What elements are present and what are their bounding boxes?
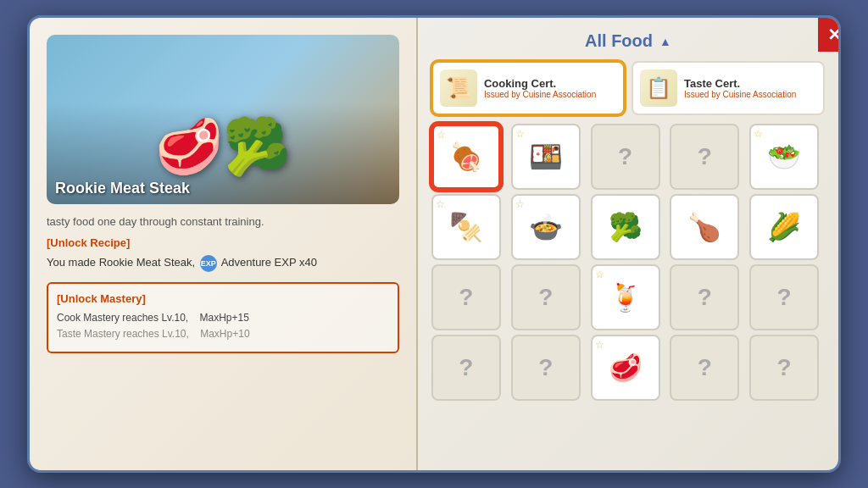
food-image-area: 🥩🥦 Rookie Meat Steak bbox=[47, 35, 399, 204]
mastery-line2: Taste Mastery reaches Lv.10, MaxHp+10 bbox=[57, 326, 389, 342]
close-icon: ✕ bbox=[827, 25, 841, 45]
food-cell-8[interactable]: 🥦 bbox=[591, 194, 660, 260]
food-cell-1[interactable]: ☆🍖 bbox=[431, 124, 501, 190]
food-cell-3[interactable]: ? bbox=[591, 124, 660, 190]
cert-card-taste_cert[interactable]: 📋 Taste Cert. Issued by Cuisine Associat… bbox=[632, 61, 825, 115]
mastery-line2-text: Taste Mastery reaches Lv.10, bbox=[57, 328, 189, 340]
food-cell-19[interactable]: ? bbox=[670, 335, 739, 401]
food-cell-5[interactable]: ☆🥗 bbox=[749, 124, 819, 190]
food-cell-14[interactable]: ? bbox=[670, 264, 739, 330]
locked-icon-15: ? bbox=[777, 284, 792, 311]
food-description: tasty food one day through constant trai… bbox=[47, 214, 399, 230]
food-cell-6[interactable]: ☆🍢 bbox=[431, 194, 501, 260]
reward-suffix: Adventure EXP x40 bbox=[221, 256, 317, 269]
all-food-header: All Food ▲ bbox=[431, 31, 825, 51]
food-emoji-9: 🍗 bbox=[687, 211, 721, 243]
cert-row: 📜 Cooking Cert. Issued by Cuisine Associ… bbox=[431, 61, 825, 115]
mastery-box: [Unlock Mastery] Cook Mastery reaches Lv… bbox=[47, 282, 399, 352]
star-badge-7: ☆ bbox=[515, 198, 525, 210]
locked-icon-11: ? bbox=[459, 284, 473, 311]
locked-icon-20: ? bbox=[777, 354, 792, 381]
left-page: 🥩🥦 Rookie Meat Steak tasty food one day … bbox=[30, 18, 418, 470]
star-badge-18: ☆ bbox=[595, 339, 604, 351]
food-emoji-1: 🍖 bbox=[449, 141, 483, 173]
reward-text: You made Rookie Meat Steak, EXP Adventur… bbox=[47, 254, 399, 272]
food-title-overlay: Rookie Meat Steak bbox=[55, 180, 190, 197]
food-emoji-6: 🍢 bbox=[449, 211, 483, 243]
cert-icon-cooking_cert: 📜 bbox=[440, 69, 477, 107]
food-cell-11[interactable]: ? bbox=[431, 264, 501, 330]
locked-icon-3: ? bbox=[618, 143, 632, 170]
star-badge-5: ☆ bbox=[754, 128, 763, 140]
food-emoji-8: 🥦 bbox=[609, 211, 643, 243]
book-container: 🥩🥦 Rookie Meat Steak tasty food one day … bbox=[27, 15, 841, 473]
mastery-detail: Cook Mastery reaches Lv.10, MaxHp+15 Tas… bbox=[57, 310, 389, 342]
food-emoji-10: 🌽 bbox=[767, 211, 801, 243]
locked-icon-19: ? bbox=[698, 354, 712, 381]
locked-icon-17: ? bbox=[538, 354, 553, 381]
food-cell-9[interactable]: 🍗 bbox=[670, 194, 739, 260]
cert-sub-taste_cert: Issued by Cuisine Association bbox=[684, 90, 796, 99]
cert-name-cooking_cert: Cooking Cert. bbox=[484, 77, 596, 90]
food-cell-20[interactable]: ? bbox=[749, 335, 819, 401]
food-emoji-7: 🍲 bbox=[529, 211, 563, 243]
close-button[interactable]: ✕ bbox=[818, 18, 841, 52]
locked-icon-16: ? bbox=[459, 354, 473, 381]
right-page: ✕ All Food ▲ 📜 Cooking Cert. Issued by C… bbox=[418, 18, 838, 470]
mastery-line2-bonus: MaxHp+10 bbox=[200, 328, 249, 340]
star-badge-13: ☆ bbox=[595, 269, 604, 280]
mastery-line1-bonus: MaxHp+15 bbox=[200, 312, 249, 324]
locked-icon-4: ? bbox=[698, 143, 712, 170]
food-cell-17[interactable]: ? bbox=[511, 335, 581, 401]
mastery-line1: Cook Mastery reaches Lv.10, MaxHp+15 bbox=[57, 310, 389, 326]
food-cell-13[interactable]: ☆🍹 bbox=[591, 264, 660, 330]
exp-icon: EXP bbox=[200, 255, 217, 272]
all-food-label[interactable]: All Food bbox=[585, 31, 653, 51]
food-cell-10[interactable]: 🌽 bbox=[749, 194, 819, 260]
food-cell-16[interactable]: ? bbox=[431, 335, 501, 401]
star-badge-2: ☆ bbox=[515, 128, 525, 140]
mastery-line1-text: Cook Mastery reaches Lv.10, bbox=[57, 312, 188, 324]
sort-arrow-icon[interactable]: ▲ bbox=[659, 35, 671, 48]
locked-icon-14: ? bbox=[698, 284, 712, 311]
food-main-emoji: 🥩🥦 bbox=[155, 115, 291, 179]
food-cell-12[interactable]: ? bbox=[511, 264, 581, 330]
reward-prefix: You made Rookie Meat Steak, bbox=[47, 256, 195, 269]
food-grid: ☆🍖☆🍱??☆🥗☆🍢☆🍲🥦🍗🌽??☆🍹????☆🥩?? bbox=[431, 124, 825, 401]
locked-icon-12: ? bbox=[538, 284, 553, 311]
star-badge-1: ☆ bbox=[437, 129, 446, 141]
cert-card-cooking_cert[interactable]: 📜 Cooking Cert. Issued by Cuisine Associ… bbox=[431, 61, 625, 115]
unlock-recipe-link[interactable]: [Unlock Recipe] bbox=[47, 236, 399, 249]
food-cell-18[interactable]: ☆🥩 bbox=[591, 335, 660, 401]
unlock-mastery-label: [Unlock Mastery] bbox=[57, 292, 389, 305]
food-emoji-18: 🥩 bbox=[609, 352, 643, 384]
star-badge-6: ☆ bbox=[436, 198, 445, 210]
cert-name-taste_cert: Taste Cert. bbox=[684, 77, 796, 90]
food-cell-4[interactable]: ? bbox=[670, 124, 739, 190]
food-emoji-13: 🍹 bbox=[609, 281, 643, 313]
food-emoji-2: 🍱 bbox=[529, 141, 563, 173]
food-cell-7[interactable]: ☆🍲 bbox=[511, 194, 581, 260]
food-cell-2[interactable]: ☆🍱 bbox=[511, 124, 581, 190]
food-cell-15[interactable]: ? bbox=[749, 264, 819, 330]
cert-icon-taste_cert: 📋 bbox=[640, 69, 677, 107]
cert-sub-cooking_cert: Issued by Cuisine Association bbox=[484, 90, 596, 99]
food-emoji-5: 🥗 bbox=[767, 141, 801, 173]
